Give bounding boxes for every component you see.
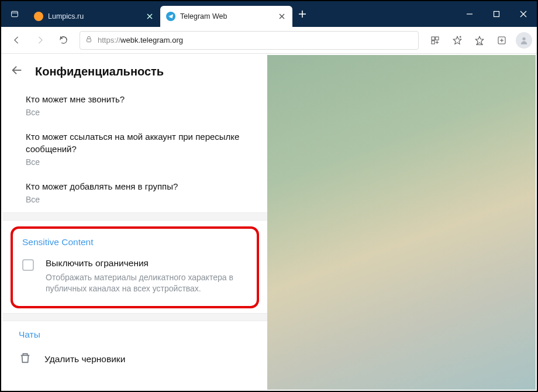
page-content: Конфиденциальность Кто может мне звонить…	[2, 55, 536, 390]
privacy-value: Все	[26, 157, 253, 167]
disable-filter-row[interactable]: Выключить ограничения Отображать материа…	[22, 258, 247, 294]
delete-drafts-row[interactable]: Удалить черновики	[2, 346, 267, 375]
window-close-button[interactable]	[510, 1, 537, 27]
svg-marker-18	[453, 36, 461, 44]
nav-forward-button[interactable]	[29, 30, 50, 51]
page-title: Конфиденциальность	[35, 65, 164, 78]
checkbox-description: Отображать материалы деликатного характе…	[46, 272, 247, 294]
section-separator	[2, 313, 267, 321]
section-title: Sensitive Content	[22, 237, 247, 247]
privacy-question: Кто может добавлять меня в группы?	[26, 181, 253, 192]
close-tab-button[interactable]	[145, 12, 154, 21]
svg-rect-12	[87, 39, 91, 42]
tab-lumpics[interactable]: Lumpics.ru	[28, 6, 160, 27]
section-separator	[2, 212, 267, 221]
nav-back-button[interactable]	[6, 30, 27, 51]
close-tab-button[interactable]	[277, 12, 287, 21]
trash-icon	[19, 352, 32, 367]
profile-avatar[interactable]	[516, 32, 532, 49]
settings-panel: Конфиденциальность Кто может мне звонить…	[2, 55, 267, 390]
new-tab-button[interactable]	[292, 1, 312, 27]
privacy-row-groups[interactable]: Кто может добавлять меня в группы? Все	[2, 175, 267, 212]
extensions-button[interactable]	[425, 30, 446, 51]
url-scheme: https://	[98, 36, 120, 44]
svg-rect-15	[432, 40, 434, 43]
privacy-question: Кто может ссылаться на мой аккаунт при п…	[26, 131, 253, 155]
svg-rect-13	[432, 37, 434, 40]
tab-title: Lumpics.ru	[48, 12, 142, 20]
privacy-value: Все	[26, 195, 253, 204]
lock-icon	[85, 35, 93, 45]
privacy-value: Все	[26, 108, 253, 117]
tab-strip: Lumpics.ru Telegram Web	[28, 1, 312, 27]
delete-drafts-label: Удалить черновики	[44, 354, 125, 365]
telegram-favicon-icon	[166, 12, 175, 21]
checkbox-label: Выключить ограничения	[46, 258, 247, 269]
svg-rect-9	[494, 12, 499, 17]
settings-header: Конфиденциальность	[2, 55, 267, 88]
window-titlebar: Lumpics.ru Telegram Web	[1, 1, 537, 27]
favorites-bar-button[interactable]	[469, 30, 490, 51]
lumpics-favicon-icon	[34, 12, 43, 21]
tab-title: Telegram Web	[180, 12, 274, 20]
chat-background	[267, 55, 536, 390]
privacy-question: Кто может мне звонить?	[26, 94, 253, 105]
disable-filter-checkbox[interactable]	[22, 259, 34, 271]
favorites-button[interactable]	[447, 30, 468, 51]
window-minimize-button[interactable]	[456, 1, 483, 27]
window-maximize-button[interactable]	[483, 1, 510, 27]
svg-rect-0	[12, 11, 18, 16]
privacy-row-calls[interactable]: Кто может мне звонить? Все	[2, 88, 267, 125]
tab-telegram[interactable]: Telegram Web	[160, 6, 292, 27]
collections-button[interactable]	[491, 30, 512, 51]
nav-refresh-button[interactable]	[53, 30, 74, 51]
svg-point-26	[522, 37, 525, 40]
sensitive-content-section: Sensitive Content Выключить ограничения …	[11, 226, 259, 308]
url-host: webk.telegram.org	[120, 36, 183, 44]
address-bar[interactable]: https://webk.telegram.org	[80, 31, 419, 50]
privacy-row-forward[interactable]: Кто может ссылаться на мой аккаунт при п…	[2, 125, 267, 175]
settings-back-button[interactable]	[11, 64, 23, 79]
svg-marker-21	[475, 36, 484, 44]
tab-overview-button[interactable]	[5, 1, 25, 27]
browser-toolbar: https://webk.telegram.org	[1, 27, 537, 54]
svg-rect-14	[436, 37, 439, 40]
chats-section-title: Чаты	[2, 321, 267, 346]
